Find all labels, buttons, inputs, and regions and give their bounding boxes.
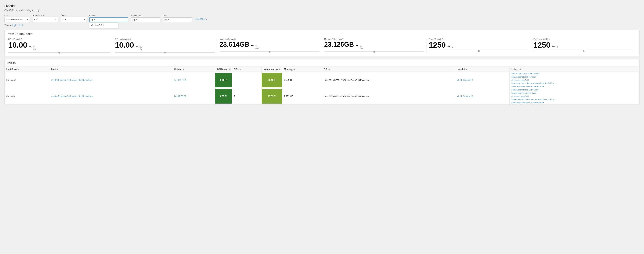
cell-os: Linux (3.10.0-957.el7.x86_64) OpenShift … <box>322 88 455 104</box>
col-memory-avg[interactable]: Memory (avg) ⇅ <box>262 66 282 72</box>
col-cpu-avg[interactable]: CPU (avg) ⇅ <box>215 66 232 72</box>
node-label-tag: All ✕ <box>132 18 137 21</box>
host-tag-remove[interactable]: ✕ <box>168 19 169 21</box>
metric-memory-capacity: Memory (Capacity) 23.614GB → 0. 000 <box>218 38 322 53</box>
cell-cpu-avg: 6.85 % <box>215 88 232 104</box>
sort-kubelet-icon: ⇅ <box>466 68 468 70</box>
metric-memory-capacity-value: 23.614GB <box>220 41 249 48</box>
memory-avg-bar: 73.33 % <box>262 89 282 103</box>
host-input-wrapper[interactable]: All ✕ <box>163 18 192 22</box>
metric-cpu-capacity-label: CPU (Capacity) <box>8 38 110 40</box>
metric-pods-capacity-slider[interactable] <box>429 51 529 51</box>
node-label-input-wrapper[interactable]: All ✕ <box>131 18 160 22</box>
theme-light-link[interactable]: Light <box>12 24 17 27</box>
host-link[interactable]: master1.cluster-3-11.local.outcold.solut… <box>51 79 93 81</box>
theme-label: Theme: <box>4 24 12 27</box>
kubelet-link[interactable]: v1.11.0+d4cacc0 <box>457 95 473 97</box>
col-uptime[interactable]: Uptime ⇅ <box>172 66 215 72</box>
metric-memory-allocatable-sub: 0. 000 <box>360 45 363 50</box>
sort-cpu-icon: ⇅ <box>240 68 241 70</box>
period-label: Period <box>4 14 30 16</box>
metric-memory-capacity-label: Memory (Capacity) <box>220 38 320 40</box>
metric-cpu-allocatable: CPU (Allocatable) 10.00 → 0. 00 <box>113 38 218 53</box>
sort-uptime-icon: ⇅ <box>182 68 184 70</box>
metric-pods-allocatable-arrow: → <box>551 44 555 49</box>
cell-os: Linux (3.10.0-957.el7.x86_64) OpenShift … <box>322 72 455 88</box>
sort-cpu-avg-icon: ⇅ <box>229 68 230 70</box>
cell-labels: beta.kubernetes.io/arch=amd64beta.kubern… <box>510 88 640 104</box>
col-labels[interactable]: Labels ⇅ <box>510 66 640 72</box>
col-cpu[interactable]: CPU ⇅ <box>232 66 262 72</box>
cluster-dropdown-item[interactable]: cluster-3-11 <box>90 23 118 28</box>
metric-pods-capacity-value: 1250 <box>429 41 446 49</box>
metric-cpu-capacity-slider[interactable] <box>8 52 110 53</box>
metric-memory-capacity-slider[interactable] <box>220 51 320 52</box>
cluster-input-wrapper[interactable]: All ✕ <box>89 18 128 22</box>
kubelet-link[interactable]: v1.11.0+d4cacc0 <box>457 79 473 81</box>
filters-row: Period Last 60 minutes Last 5 minutes La… <box>4 14 640 22</box>
span-label: Span <box>61 14 86 16</box>
hosts-section: Hosts Last Seen ⇅ host ⇅ Uptime ⇅ <box>4 59 640 104</box>
metric-cpu-allocatable-slider[interactable] <box>115 52 215 53</box>
host-label: Host <box>163 15 192 17</box>
metric-pods-allocatable-sub: 0 <box>556 46 558 48</box>
page-subtitle: OpenShift Hosts Monitoring and Logs <box>4 9 640 12</box>
cell-kubelet: v1.11.0+d4cacc0 <box>455 88 510 104</box>
sort-labels-icon: ⇅ <box>520 68 521 70</box>
metric-memory-capacity-arrow: → <box>250 43 254 48</box>
auto-refresh-select[interactable]: Off 5s 10s 30s 1m 5m <box>33 17 58 22</box>
cell-memory-avg: 73.33 % <box>262 88 282 104</box>
metric-cpu-capacity-value: 10.00 <box>8 41 27 49</box>
node-label-label: Node Label <box>131 15 160 17</box>
cluster-dropdown: cluster-3-11 <box>89 22 118 28</box>
metric-pods-capacity: Pods (Capacity) 1250 → 0 <box>426 38 531 53</box>
cluster-label: Cluster <box>89 15 128 17</box>
memory-avg-bar: 52.40 % <box>262 73 282 87</box>
cell-labels: beta.kubernetes.io/arch=amd64beta.kubern… <box>510 72 640 88</box>
metric-cpu-capacity-sub: 0. 00 <box>33 46 36 51</box>
span-filter: Span 1m 5m 15m 30m 1h <box>61 14 86 22</box>
sort-last-seen-icon: ⇅ <box>18 68 19 70</box>
span-select[interactable]: 1m 5m 15m 30m 1h <box>61 17 86 22</box>
theme-dark-link[interactable]: Dark <box>19 24 24 27</box>
metric-memory-capacity-sub: 0. 000 <box>256 45 259 50</box>
metric-pods-allocatable-slider[interactable] <box>534 51 634 51</box>
hosts-section-title: Hosts <box>4 59 640 66</box>
metric-memory-allocatable-label: Memory (Allocatable) <box>324 38 424 40</box>
total-resources-section: Total Resources CPU (Capacity) 10.00 → 0… <box>4 30 640 56</box>
metric-pods-allocatable-label: Pods (Allocatable) <box>534 38 634 40</box>
cell-host: master2.cluster-3-11.local.outcold.solut… <box>49 88 172 104</box>
cell-memory: 2.779 GB <box>282 72 322 88</box>
metric-pods-capacity-label: Pods (Capacity) <box>429 38 529 40</box>
node-label-filter: Node Label All ✕ <box>131 15 160 22</box>
table-row: 0 min ago master1.cluster-3-11.local.out… <box>4 72 640 88</box>
cell-memory-avg: 52.40 % <box>262 72 282 88</box>
col-memory[interactable]: Memory ⇅ <box>282 66 322 72</box>
table-header-row: Last Seen ⇅ host ⇅ Uptime ⇅ CPU (avg) ⇅ <box>4 66 640 72</box>
cell-cpu: 2 <box>232 72 262 88</box>
col-last-seen[interactable]: Last Seen ⇅ <box>4 66 49 72</box>
cell-uptime: 24+12:56:31 <box>172 72 215 88</box>
col-os[interactable]: OS ⇅ <box>322 66 455 72</box>
period-select[interactable]: Last 60 minutes Last 5 minutes Last 15 m… <box>4 17 30 22</box>
cell-last-seen: 0 min ago <box>4 72 49 88</box>
period-filter: Period Last 60 minutes Last 5 minutes La… <box>4 14 30 22</box>
total-resources-title: Total Resources <box>8 33 636 35</box>
metric-cpu-allocatable-label: CPU (Allocatable) <box>115 38 215 40</box>
host-filter: Host All ✕ <box>163 15 192 22</box>
hide-filters-button[interactable]: Hide Filters <box>195 17 207 22</box>
host-link[interactable]: master2.cluster-3-11.local.outcold.solut… <box>51 95 93 97</box>
cluster-filter: Cluster All ✕ cluster-3-11 <box>89 15 128 22</box>
table-row: 0 min ago master2.cluster-3-11.local.out… <box>4 88 640 104</box>
metric-memory-allocatable-slider[interactable] <box>324 51 424 52</box>
auto-refresh-label: Auto-Refresh <box>33 14 58 16</box>
node-label-tag-remove[interactable]: ✕ <box>136 19 138 21</box>
cluster-tag-remove[interactable]: ✕ <box>94 19 95 21</box>
metric-cpu-allocatable-value: 10.00 <box>115 41 134 49</box>
sort-memory-avg-icon: ⇅ <box>279 68 280 70</box>
col-host[interactable]: host ⇅ <box>49 66 172 72</box>
col-kubelet[interactable]: Kubelet ⇅ <box>455 66 510 72</box>
cpu-avg-bar: 6.85 % <box>215 89 232 103</box>
cpu-avg-bar: 5.46 % <box>215 73 232 87</box>
cluster-search-input[interactable] <box>96 18 126 21</box>
